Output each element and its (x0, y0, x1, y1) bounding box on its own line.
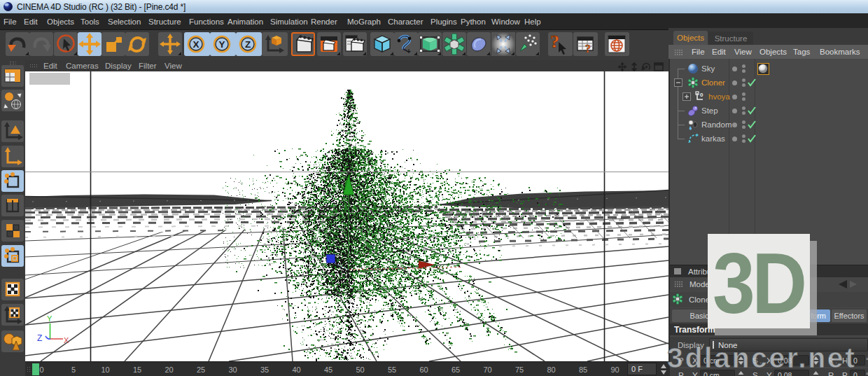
svg-text:+: + (407, 48, 411, 55)
svg-text:Z: Z (37, 333, 42, 343)
svg-text:X: X (64, 336, 69, 344)
svg-text:Y: Y (218, 39, 225, 50)
svg-text:?: ? (550, 32, 559, 52)
svg-text:X: X (192, 39, 199, 50)
svg-text:Z: Z (245, 39, 251, 50)
svg-text:?: ? (585, 43, 591, 55)
svg-text:0: 0 (700, 92, 704, 98)
svg-text:Y: Y (47, 314, 52, 323)
